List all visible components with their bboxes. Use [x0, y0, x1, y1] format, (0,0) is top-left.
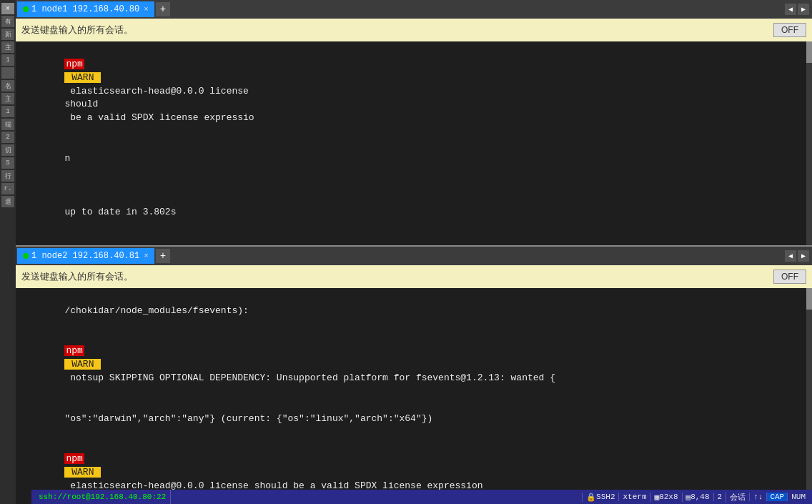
panel1-scrollbar-thumb[interactable] — [806, 41, 812, 63]
panel1-tab-nav: ◀ ▶ — [785, 4, 812, 15]
term2-line-0: /chokidar/node_modules/fsevents): — [20, 291, 808, 332]
sidebar-icon-zhu[interactable]: 主 — [1, 41, 14, 53]
panel2-tab-nav: ◀ ▶ — [785, 250, 812, 262]
status-ssh2-icon: 🔒 SSH2 — [582, 493, 618, 502]
term2-line-2: "os":"darwin","arch":"any"} (current: {"… — [20, 399, 808, 440]
panel2-input-bar: 发送键盘输入的所有会话。 OFF — [16, 265, 812, 288]
status-dims: ▦ 82x8 — [650, 493, 682, 502]
panel2-off-button[interactable]: OFF — [773, 270, 806, 284]
panel1-tab-label: 1 node1 192.168.40.80 — [31, 4, 139, 14]
status-right: 🔒 SSH2 xterm ▦ 82x8 ▤ 8,48 2 会话 ↑↓ — [582, 492, 809, 503]
status-num2-label: 2 — [718, 493, 723, 501]
sidebar-icon-1: 1 — [1, 54, 14, 66]
term2-line-1: npm WARN notsup SKIPPING OPTIONAL DEPEND… — [20, 332, 808, 399]
status-num: NUM — [787, 493, 809, 501]
sidebar-icon-s: S — [1, 157, 14, 169]
panel1-nav-right[interactable]: ▶ — [798, 4, 809, 15]
panel2-scrollbar-thumb[interactable] — [806, 288, 812, 310]
panel1-nav-left[interactable]: ◀ — [785, 4, 796, 15]
status-ssh2-label: SSH2 — [596, 493, 615, 501]
status-num2: 2 — [713, 493, 726, 501]
status-pos-label: 8,48 — [690, 493, 709, 501]
sidebar-icon-1b: 1 — [1, 106, 14, 117]
status-ssh: ssh://root@192.168.40.80:22 — [34, 490, 171, 504]
panel2-tab-close[interactable]: × — [144, 252, 149, 260]
warn-badge-3: WARN — [64, 467, 101, 478]
sidebar-icon-zhu2[interactable]: 主 — [1, 93, 14, 104]
sidebar-icon-xin[interactable]: 新 — [1, 29, 14, 40]
warn-badge-2: WARN — [64, 359, 101, 370]
sidebar-icon-empty — [1, 67, 14, 79]
sidebar-icon-2: 2 — [1, 132, 14, 143]
term-line-3: up to date in 3.802s — [20, 192, 808, 233]
sidebar-icon-duan[interactable]: 端 — [1, 119, 14, 130]
npm-badge-1: npm — [64, 59, 84, 69]
status-ssh-url: ssh://root@192.168.40.80:22 — [39, 493, 166, 501]
panel1: 1 node1 192.168.40.80 × + ◀ ▶ 发送键盘输入的所有会… — [16, 0, 812, 247]
panel1-terminal[interactable]: npm WARN elasticsearch-head@0.0.0 licens… — [16, 41, 812, 245]
status-pos-icon: ▤ — [686, 493, 691, 502]
sidebar-icon-hang[interactable]: 行 — [1, 170, 14, 182]
status-bar: ssh://root@192.168.40.80:22 🔒 SSH2 xterm… — [31, 490, 812, 504]
panel2-tab-dot — [23, 253, 29, 259]
panel1-input-text: 发送键盘输入的所有会话。 — [21, 24, 133, 36]
status-xterm-label: xterm — [623, 493, 646, 501]
panel2-scrollbar[interactable] — [806, 288, 812, 504]
npm-badge-2: npm — [64, 345, 84, 356]
panel1-input-bar: 发送键盘输入的所有会话。 OFF — [16, 19, 812, 41]
sidebar-icon-tui[interactable]: 退 — [1, 196, 14, 207]
status-dims-icon: ▦ — [655, 493, 660, 502]
sidebar-icon-qie[interactable]: 切 — [1, 144, 14, 156]
status-chat: 会话 — [726, 492, 749, 503]
panel1-off-button[interactable]: OFF — [773, 23, 806, 37]
sidebar-icon-r: r. — [1, 183, 14, 194]
main-area: 1 node1 192.168.40.80 × + ◀ ▶ 发送键盘输入的所有会… — [16, 0, 812, 504]
warn-badge-1: WARN — [64, 72, 101, 83]
panel1-tab-dot — [23, 6, 29, 12]
status-chat-label: 会话 — [730, 492, 746, 503]
status-pos: ▤ 8,48 — [682, 493, 713, 502]
status-arrows-label: ↑↓ — [753, 493, 763, 501]
panel1-tab-close[interactable]: × — [144, 5, 149, 14]
status-xterm: xterm — [618, 493, 650, 501]
panel1-tab-bar: 1 node1 192.168.40.80 × + ◀ ▶ — [16, 0, 812, 19]
sidebar-icon-you[interactable]: 有 — [1, 16, 14, 27]
panel2-tab[interactable]: 1 node2 192.168.40.81 × — [17, 248, 154, 264]
left-sidebar: × 有 新 主 1 名 主 1 端 2 切 S 行 r. 退 — [0, 0, 16, 504]
status-ssh2-icon-symbol: 🔒 — [586, 493, 596, 502]
panel2-tab-label: 1 node2 192.168.40.81 — [31, 251, 139, 261]
status-num-label: NUM — [791, 493, 806, 501]
status-cap: CAP — [766, 493, 787, 501]
panel1-tab[interactable]: 1 node1 192.168.40.80 × — [17, 1, 154, 17]
panel2-tab-bar: 1 node2 192.168.40.81 × + ◀ ▶ — [16, 247, 812, 265]
term-line-1: npm WARN elasticsearch-head@0.0.0 licens… — [20, 44, 808, 139]
panel1-scrollbar[interactable] — [806, 41, 812, 245]
npm-badge-3: npm — [64, 453, 84, 464]
panel2-terminal[interactable]: /chokidar/node_modules/fsevents): npm WA… — [16, 288, 812, 504]
term-line-2: n — [20, 139, 808, 179]
term-line-4: [root@node1 elasticsearch-head]#vim /etc… — [20, 233, 808, 245]
status-dims-label: 82x8 — [659, 493, 678, 501]
panel2-nav-right[interactable]: ▶ — [798, 250, 809, 262]
status-arrows: ↑↓ — [749, 493, 766, 501]
status-cap-label: CAP — [770, 493, 784, 501]
panel2-tab-add[interactable]: + — [156, 249, 170, 263]
sidebar-close-btn[interactable]: × — [1, 3, 14, 14]
term-line-blank1 — [20, 179, 808, 192]
panel2-input-text: 发送键盘输入的所有会话。 — [21, 270, 133, 283]
panel1-tab-add[interactable]: + — [156, 2, 170, 16]
panel2: 1 node2 192.168.40.81 × + ◀ ▶ 发送键盘输入的所有会… — [16, 247, 812, 504]
panel2-nav-left[interactable]: ◀ — [785, 250, 796, 262]
sidebar-icon-ming[interactable]: 名 — [1, 80, 14, 92]
